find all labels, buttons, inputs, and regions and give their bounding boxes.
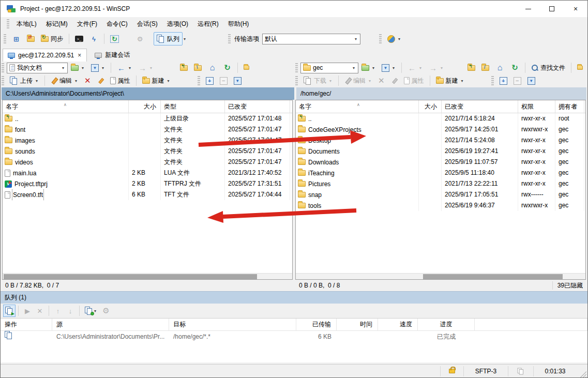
left-root-directory-button[interactable]: \: [191, 61, 205, 74]
left-filter-toggle-button[interactable]: [231, 74, 245, 87]
left-filter-button[interactable]: ▾: [88, 61, 108, 74]
download-button[interactable]: 下载▾: [300, 74, 336, 87]
maximize-button[interactable]: [540, 1, 564, 17]
menu-local[interactable]: 本地(L): [12, 17, 41, 31]
queue-header-bar[interactable]: 队列 (1): [1, 291, 587, 304]
file-row[interactable]: Documents 2025/6/19 19:27:41rwxr-xr-xgec: [296, 146, 585, 157]
open-console-button[interactable]: >_: [72, 32, 86, 46]
file-row[interactable]: iTeaching 2025/9/5 11:18:40rwxr-xr-xgec: [296, 168, 585, 178]
right-root-directory-button[interactable]: /: [478, 61, 492, 74]
scrollbar-thumb[interactable]: [423, 274, 563, 279]
menu-mark[interactable]: 标记(M): [41, 17, 72, 31]
column-header-modified[interactable]: 已改变: [442, 100, 518, 113]
file-row[interactable]: ↰.. 上级目录2025/5/27 17:01:48: [3, 113, 292, 124]
right-delete-button[interactable]: ✕: [375, 74, 388, 87]
right-back-button[interactable]: ←▾: [404, 61, 426, 74]
menu-session[interactable]: 会话(S): [132, 17, 162, 31]
resize-grip[interactable]: [580, 371, 586, 377]
queue-delete-button[interactable]: ✕: [34, 305, 46, 317]
left-collapse-button[interactable]: −: [217, 74, 231, 87]
file-row[interactable]: main.lua 2 KBLUA 文件2021/3/12 17:40:52: [3, 168, 292, 178]
left-new-button[interactable]: +新建▾: [139, 74, 174, 87]
right-directory-tree-button[interactable]: [574, 61, 586, 74]
left-forward-button[interactable]: →▾: [135, 61, 156, 74]
right-edit-button[interactable]: 编辑▾: [341, 74, 375, 87]
queue-column-source[interactable]: 源: [52, 319, 169, 330]
left-home-directory-button[interactable]: ⌂: [205, 61, 220, 74]
file-row-focused[interactable]: Screen0.tft 6 KBTFT 文件2025/5/27 17:04:44: [3, 189, 292, 200]
right-parent-directory-button[interactable]: ↰: [464, 61, 478, 74]
column-header-permissions[interactable]: 权限: [518, 100, 555, 113]
synchronize-button[interactable]: ↻同步: [38, 32, 66, 46]
column-header-name[interactable]: ∧名字: [296, 100, 419, 113]
new-session-tab[interactable]: 新建会话: [90, 49, 134, 62]
find-files-button[interactable]: 查找文件: [528, 61, 568, 74]
file-row[interactable]: Downloads 2025/9/19 11:07:57rwxr-xr-xgec: [296, 157, 585, 168]
queue-preferences-button[interactable]: ⚙: [100, 305, 112, 317]
file-row[interactable]: snap 2025/9/17 17:05:51rwx------gec: [296, 189, 585, 200]
queue-chevron-down-icon[interactable]: ▾: [183, 37, 187, 41]
left-back-button[interactable]: ←▾: [114, 61, 135, 74]
left-path-bar[interactable]: C:\Users\Administrator\Documents\Project…: [2, 87, 294, 100]
left-rename-button[interactable]: [94, 74, 107, 87]
right-collapse-button[interactable]: −: [510, 74, 524, 87]
file-row[interactable]: font 文件夹2025/5/27 17:01:47: [3, 124, 292, 135]
column-header-name[interactable]: ∧名字: [3, 100, 129, 113]
scrollbar-thumb[interactable]: [4, 274, 257, 279]
right-forward-button[interactable]: →▾: [426, 61, 447, 74]
left-expand-button[interactable]: +: [203, 74, 217, 87]
queue-column-speed[interactable]: 速度: [378, 319, 418, 330]
file-row[interactable]: ↰.. 2021/7/14 5:18:24rwxr-xr-xroot: [296, 113, 585, 124]
queue-column-time[interactable]: 时间: [337, 319, 378, 330]
menu-help[interactable]: 帮助(H): [223, 17, 254, 31]
queue-status-segment[interactable]: [508, 366, 533, 376]
right-filter-toggle-button[interactable]: [524, 74, 538, 87]
panel-layout-button[interactable]: ⊞: [9, 32, 24, 46]
commands-button[interactable]: ϟ: [86, 32, 101, 46]
left-parent-directory-button[interactable]: ↰: [177, 61, 191, 74]
right-expand-button[interactable]: +: [496, 74, 510, 87]
file-row[interactable]: CodeGeeXProjects 2025/9/17 14:25:01rwxrw…: [296, 124, 585, 135]
right-horizontal-scrollbar[interactable]: [296, 273, 585, 279]
left-delete-button[interactable]: ✕: [81, 74, 94, 87]
queue-column-progress[interactable]: 进度: [418, 319, 475, 330]
file-row[interactable]: Pictures 2021/7/13 22:22:11rwxr-xr-xgec: [296, 178, 585, 189]
right-refresh-button[interactable]: ↻: [507, 61, 522, 74]
session-tab[interactable]: gec@172.20.209.51 ×: [3, 49, 87, 62]
menu-file[interactable]: 文件(F): [72, 17, 102, 31]
left-edit-button[interactable]: 编辑▾: [48, 74, 81, 87]
column-header-size[interactable]: 大小: [419, 100, 442, 113]
file-row[interactable]: images 文件夹2025/5/27 17:01:47: [3, 135, 292, 146]
queue-move-up-button[interactable]: ↑: [52, 305, 64, 317]
menu-remote[interactable]: 远程(R): [193, 17, 223, 31]
queue-column-operation[interactable]: 操作: [1, 319, 52, 330]
column-header-size[interactable]: 大小: [129, 100, 161, 113]
column-header-type[interactable]: 类型: [161, 100, 225, 113]
queue-resume-button[interactable]: ▶: [21, 305, 34, 317]
left-properties-button[interactable]: 属性: [107, 74, 133, 87]
right-filter-button[interactable]: ▾: [379, 61, 399, 74]
left-directory-tree-button[interactable]: [240, 61, 252, 74]
right-path-bar[interactable]: /home/gec/: [296, 87, 586, 100]
close-button[interactable]: ×: [564, 1, 587, 17]
queue-toggle-button[interactable]: 队列: [154, 32, 183, 46]
file-row[interactable]: sounds 文件夹2025/5/27 17:01:47: [3, 146, 292, 157]
transfer-preset-select[interactable]: 默认▾: [262, 34, 360, 44]
right-home-directory-button[interactable]: ⌂: [492, 61, 507, 74]
left-open-directory-button[interactable]: ▾: [68, 61, 88, 74]
synchronize-browsing-button[interactable]: ⇄: [24, 32, 38, 46]
minimize-button[interactable]: [516, 1, 540, 17]
upload-button[interactable]: 上传▾: [7, 74, 42, 87]
column-header-owner[interactable]: 拥有者: [555, 100, 584, 113]
file-row[interactable]: Desktop 2021/7/14 5:24:08rwxr-xr-xgec: [296, 135, 585, 146]
queue-move-down-button[interactable]: ↓: [64, 305, 77, 317]
queue-column-target[interactable]: 目标: [169, 319, 296, 330]
right-directory-selector[interactable]: gec▾: [300, 63, 358, 73]
column-header-modified[interactable]: 已改变: [225, 100, 290, 113]
preferences-button[interactable]: ⚙: [132, 32, 147, 46]
file-row[interactable]: videos 文件夹2025/5/27 17:01:47: [3, 157, 292, 168]
right-new-button[interactable]: +新建▾: [433, 74, 468, 87]
encryption-segment[interactable]: [440, 366, 463, 376]
refresh-session-button[interactable]: ↻: [107, 32, 122, 46]
left-horizontal-scrollbar[interactable]: [3, 273, 292, 279]
